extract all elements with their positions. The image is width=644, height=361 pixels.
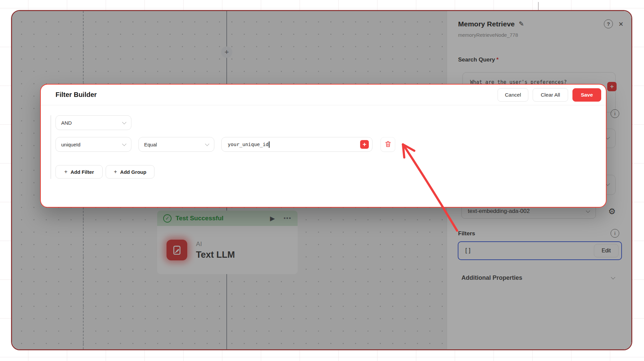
plus-icon: + xyxy=(64,168,68,175)
filter-value-input[interactable]: your_unique_id + xyxy=(221,137,372,152)
group-operator-select[interactable]: AND xyxy=(56,115,131,130)
clear-all-button[interactable]: Clear All xyxy=(533,88,568,102)
insert-variable-button[interactable]: + xyxy=(360,140,369,149)
app-window: + ✓ Test Successful ▶ ••• xyxy=(11,10,632,350)
add-filter-button[interactable]: + Add Filter xyxy=(56,165,103,178)
filter-field-select[interactable]: uniqueId xyxy=(56,137,131,152)
filter-value-text: your_unique_id xyxy=(228,142,269,147)
chevron-down-icon xyxy=(205,142,209,146)
page-grid-line xyxy=(538,2,539,10)
text-cursor xyxy=(269,141,270,148)
group-operator-value: AND xyxy=(61,120,72,126)
modal-title: Filter Builder xyxy=(56,91,498,99)
cancel-button[interactable]: Cancel xyxy=(498,88,528,102)
chevron-down-icon xyxy=(122,142,126,146)
filter-operator-value: Equal xyxy=(144,142,157,147)
plus-icon: + xyxy=(114,168,117,175)
filter-field-value: uniqueId xyxy=(61,142,81,147)
save-button[interactable]: Save xyxy=(572,88,601,102)
trash-icon xyxy=(384,140,392,149)
add-group-button[interactable]: + Add Group xyxy=(106,165,154,178)
group-indent-guide xyxy=(50,115,51,179)
filter-operator-select[interactable]: Equal xyxy=(138,137,214,152)
delete-filter-button[interactable] xyxy=(381,137,395,152)
add-filter-label: Add Filter xyxy=(71,169,94,175)
add-group-label: Add Group xyxy=(120,169,146,175)
filter-builder-modal: Filter Builder Cancel Clear All Save AND… xyxy=(40,84,607,208)
chevron-down-icon xyxy=(122,120,126,124)
